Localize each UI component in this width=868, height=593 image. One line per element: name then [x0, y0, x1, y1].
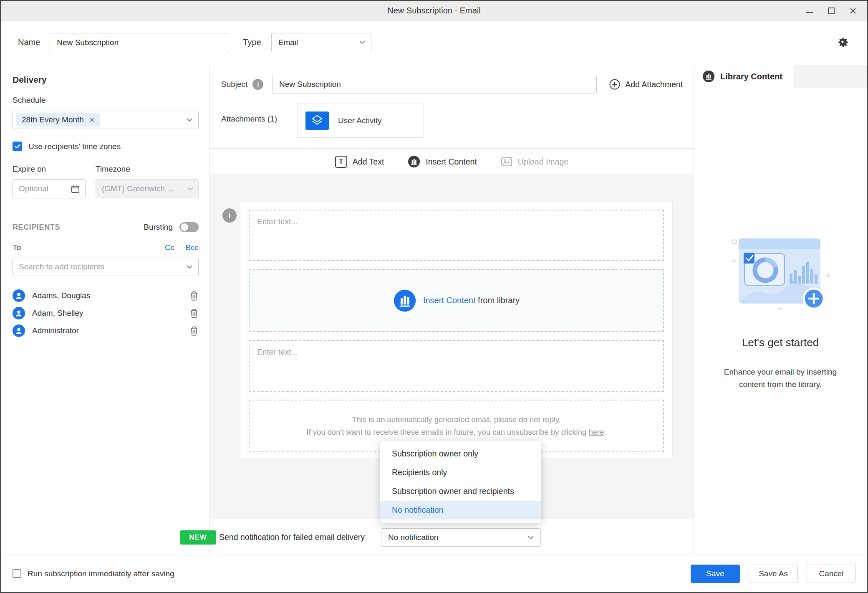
menu-item-recipients-only[interactable]: Recipients only [380, 463, 541, 482]
window-controls [805, 1, 858, 20]
delete-recipient-icon[interactable] [189, 291, 199, 301]
cc-link[interactable]: Cc [165, 243, 174, 252]
insert-content-dropzone[interactable]: Insert Content from library [249, 269, 664, 332]
toggle-knob [181, 223, 188, 231]
calendar-icon[interactable] [71, 184, 80, 194]
minimize-icon[interactable] [805, 6, 814, 15]
type-select[interactable]: Email [271, 33, 371, 52]
recipients-timezone-label: Use recipients' time zones [28, 142, 121, 151]
library-empty-state: Let's get started Enhance your email by … [694, 235, 867, 391]
add-attachment-button[interactable]: Add Attachment [609, 79, 683, 90]
chevron-down-icon [187, 187, 193, 191]
cancel-button[interactable]: Cancel [807, 565, 856, 583]
bursting-toggle[interactable] [179, 222, 199, 232]
add-text-button[interactable]: T Add Text [335, 156, 384, 168]
text-block-placeholder[interactable]: Enter text... [249, 210, 664, 261]
attachment-name: User Activity [338, 116, 382, 125]
delivery-heading: Delivery [13, 75, 199, 85]
attachment-card[interactable]: User Activity [298, 104, 424, 138]
delete-recipient-icon[interactable] [189, 308, 199, 318]
bcc-link[interactable]: Bcc [185, 243, 199, 252]
chevron-down-icon [359, 41, 365, 44]
info-icon: i [252, 79, 263, 90]
recipients-timezone-checkbox[interactable] [13, 142, 22, 151]
recipient-search-input[interactable]: Search to add recipients [13, 258, 199, 276]
recipient-row: Adam, Shelley [13, 304, 199, 322]
footer-disclaimer-suffix: . [604, 428, 606, 436]
name-input[interactable] [50, 33, 228, 52]
save-as-button[interactable]: Save As [749, 565, 798, 583]
subject-input[interactable] [272, 75, 597, 94]
footer-disclaimer-line1: This is an automatically generated email… [352, 415, 560, 424]
tab-library-content[interactable]: Library Content [694, 65, 794, 88]
recipient-name: Adam, Shelley [32, 309, 189, 318]
tab-row-filler [794, 65, 867, 88]
text-block-placeholder-label: Enter text... [257, 217, 298, 226]
recipient-row: Administrator [13, 322, 199, 340]
schedule-select[interactable]: 28th Every Month ✕ [13, 111, 199, 129]
type-label: Type [243, 38, 261, 47]
chevron-down-icon [187, 265, 192, 269]
failed-delivery-label: Send notification for failed email deliv… [219, 519, 365, 555]
save-button[interactable]: Save [691, 565, 740, 583]
sidebar-divider [1, 211, 209, 211]
new-badge: NEW [180, 530, 216, 545]
insert-content-rest: from library [476, 296, 520, 305]
upload-image-label: Upload Image [518, 157, 568, 167]
insert-content-label: Insert Content [426, 157, 477, 167]
empty-state-description-line1: Enhance your email by inserting [724, 367, 837, 376]
footer-disclaimer-line2: If you don't want to receive these email… [306, 428, 606, 437]
expire-label: Expire on [13, 165, 96, 174]
library-content-tab-label: Library Content [720, 72, 782, 81]
menu-item-no-notification[interactable]: No notification [380, 501, 541, 520]
user-avatar-icon [13, 289, 25, 302]
library-content-icon [393, 289, 416, 312]
library-content-icon [702, 70, 715, 83]
user-avatar-icon [13, 307, 25, 319]
add-attachment-label: Add Attachment [625, 80, 683, 89]
schedule-label: Schedule [13, 96, 199, 105]
bursting-label: Bursting [144, 223, 173, 232]
library-content-icon [408, 155, 420, 168]
expire-date-input[interactable]: Optional [13, 179, 86, 198]
unsubscribe-link[interactable]: here [588, 428, 604, 436]
timezone-value: (GMT) Greenwich ... [102, 184, 174, 193]
type-select-value: Email [278, 38, 298, 47]
schedule-chip: 28th Every Month ✕ [16, 113, 100, 127]
chip-remove-icon[interactable]: ✕ [89, 116, 95, 124]
check-icon [15, 144, 20, 149]
recipient-name: Administrator [32, 326, 189, 335]
delete-recipient-icon[interactable] [189, 326, 199, 336]
info-icon: i [222, 208, 237, 223]
dashboard-illustration [728, 235, 833, 317]
failed-delivery-notification-row: NEW Send notification for failed email d… [210, 519, 694, 555]
toolbar-separator [489, 155, 489, 168]
toolbar-separator [396, 155, 396, 168]
subscription-dialog: New Subscription - Email Name Type Email… [0, 0, 868, 593]
editor-toolbar: T Add Text Insert Content Upload Image [210, 148, 694, 175]
settings-gear-icon[interactable] [836, 35, 849, 50]
notification-dropdown-menu: Subscription owner only Recipients only … [380, 441, 541, 523]
chevron-down-icon [187, 118, 192, 122]
insert-content-button[interactable]: Insert Content [408, 155, 477, 168]
expire-placeholder: Optional [19, 184, 48, 193]
menu-item-owner-only[interactable]: Subscription owner only [380, 444, 541, 463]
maximize-icon[interactable] [827, 6, 836, 15]
delivery-sidebar: Delivery Schedule 28th Every Month ✕ Use… [1, 65, 210, 555]
header-row: Name Type Email [1, 21, 867, 64]
failed-delivery-select[interactable]: No notification [381, 528, 541, 547]
recipients-heading: RECIPIENTS [13, 223, 60, 232]
timezone-select[interactable]: (GMT) Greenwich ... [96, 179, 199, 198]
close-icon[interactable] [848, 6, 858, 15]
run-immediately-checkbox[interactable] [13, 569, 21, 578]
text-block-placeholder[interactable]: Enter text... [249, 340, 664, 392]
recipient-search-placeholder: Search to add recipients [19, 262, 104, 271]
insert-content-link[interactable]: Insert Content [423, 296, 476, 305]
footer-disclaimer-prefix: If you don't want to receive these email… [306, 428, 588, 436]
plus-circle-icon [609, 79, 620, 90]
attachments-label: Attachments (1) [221, 104, 286, 124]
menu-item-owner-and-recipients[interactable]: Subscription owner and recipients [380, 482, 541, 501]
recipient-name: Adams, Douglas [32, 291, 189, 300]
upload-image-button[interactable]: Upload Image [501, 156, 568, 167]
empty-state-description-line2: content from the library. [739, 380, 822, 389]
